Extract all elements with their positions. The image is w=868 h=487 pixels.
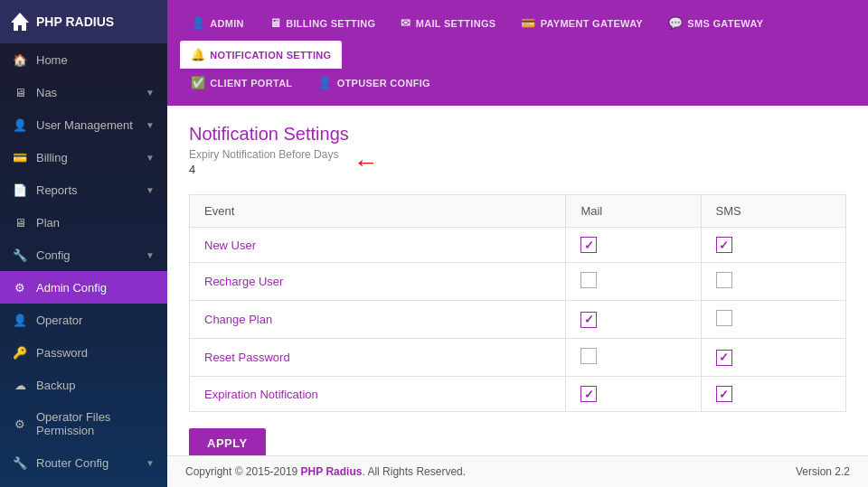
- sms-checkbox-cell: [701, 263, 845, 301]
- table-row: Recharge User: [190, 263, 846, 301]
- sms-checkbox-cell: [701, 377, 845, 412]
- sidebar-label: Backup: [36, 379, 75, 392]
- table-row: Reset Password: [190, 339, 846, 377]
- mail-checkbox[interactable]: [580, 237, 597, 253]
- chevron-icon: ▼: [146, 458, 155, 468]
- chevron-icon: ▼: [146, 250, 155, 260]
- sidebar-item-admin-config[interactable]: ⚙ Admin Config: [0, 271, 167, 304]
- sidebar-item-nas[interactable]: 🖥 Nas ▼: [0, 76, 167, 108]
- sidebar-label: Operator: [36, 314, 82, 327]
- sidebar: PHP RADIUS 🏠 Home 🖥 Nas ▼ 👤 User Managem…: [0, 0, 167, 487]
- sidebar-item-billing[interactable]: 💳 Billing ▼: [0, 141, 167, 173]
- event-cell: Change Plan: [190, 301, 566, 339]
- mail-checkbox[interactable]: [580, 272, 597, 288]
- event-link[interactable]: Expiration Notification: [204, 388, 318, 401]
- notification-table: Event Mail SMS New UserRecharge UserChan…: [189, 194, 846, 412]
- event-cell: New User: [190, 228, 566, 263]
- event-cell: Expiration Notification: [190, 377, 566, 412]
- sms-checkbox[interactable]: [716, 237, 732, 253]
- sidebar-label: User Management: [36, 118, 133, 132]
- sidebar-item-router-config[interactable]: 🔧 Router Config ▼: [0, 446, 167, 479]
- chevron-icon: ▼: [146, 185, 155, 195]
- sidebar-item-operator-files[interactable]: ⚙ Operator Files Permission: [0, 401, 167, 446]
- apply-button[interactable]: APPLY: [189, 428, 266, 455]
- table-row: Change Plan: [190, 301, 846, 339]
- event-cell: Recharge User: [190, 263, 566, 301]
- sidebar-label: Billing: [36, 151, 68, 164]
- sidebar-label: Reports: [36, 183, 78, 197]
- mail-checkbox-cell: [566, 339, 701, 377]
- chevron-icon: ▼: [146, 120, 155, 130]
- chevron-icon: ▼: [146, 88, 155, 98]
- mail-checkbox-cell: [566, 377, 701, 412]
- mail-checkbox-cell: [566, 263, 701, 301]
- sidebar-item-home[interactable]: 🏠 Home: [0, 43, 167, 76]
- event-link[interactable]: New User: [204, 239, 256, 252]
- tab-sms-gateway[interactable]: 💬 SMS GATEWAY: [657, 9, 774, 37]
- sidebar-item-password[interactable]: 🔑 Password: [0, 336, 167, 369]
- password-icon: 🔑: [13, 345, 27, 360]
- app-title: PHP RADIUS: [36, 14, 114, 29]
- sms-checkbox-cell: [701, 339, 845, 377]
- col-sms: SMS: [701, 195, 845, 228]
- sidebar-item-user-management[interactable]: 👤 User Management ▼: [0, 108, 167, 141]
- mail-checkbox-cell: [566, 301, 701, 339]
- files-icon: ⚙: [13, 417, 27, 431]
- home-icon: 🏠: [13, 52, 27, 67]
- sidebar-label: Home: [36, 53, 68, 67]
- mail-checkbox[interactable]: [580, 312, 597, 328]
- chevron-icon: ▼: [146, 153, 155, 163]
- tab-payment-gateway[interactable]: 💳 PAYMENT GATEWAY: [510, 9, 654, 37]
- admin-nav-icon: 👤: [191, 16, 205, 30]
- mail-checkbox[interactable]: [580, 386, 597, 402]
- col-mail: Mail: [566, 195, 701, 228]
- billing-icon: 💳: [13, 150, 27, 164]
- sidebar-label: Nas: [36, 86, 57, 99]
- sidebar-item-backup[interactable]: ☁ Backup: [0, 369, 167, 401]
- sms-checkbox[interactable]: [716, 310, 732, 326]
- expiry-section: Expiry Notification Before Days 4 ←: [189, 148, 846, 176]
- tab-client-portal[interactable]: ✅ CLIENT PORTAL: [180, 69, 303, 97]
- sms-checkbox-cell: [701, 228, 845, 263]
- mail-checkbox-cell: [566, 228, 701, 263]
- sidebar-label: Password: [36, 346, 88, 360]
- event-link[interactable]: Recharge User: [204, 275, 283, 288]
- footer: Copyright © 2015-2019 PHP Radius. All Ri…: [167, 455, 868, 487]
- sidebar-item-plan[interactable]: 🖥 Plan: [0, 206, 167, 239]
- top-nav-row2: ✅ CLIENT PORTAL 👤 OTPUSER CONFIG: [167, 69, 868, 106]
- expiry-label: Expiry Notification Before Days: [189, 148, 338, 161]
- table-row: New User: [190, 228, 846, 263]
- tab-otpuser-config[interactable]: 👤 OTPUSER CONFIG: [307, 69, 441, 97]
- operator-icon: 👤: [13, 313, 27, 327]
- tab-admin[interactable]: 👤 ADMIN: [180, 9, 255, 37]
- admin-config-icon: ⚙: [13, 280, 27, 295]
- sms-checkbox-cell: [701, 301, 845, 339]
- sms-checkbox[interactable]: [716, 272, 732, 288]
- page-content: Notification Settings Expiry Notificatio…: [167, 106, 868, 455]
- tab-notification-setting[interactable]: 🔔 NOTIFICATION SETTING: [180, 41, 342, 69]
- sidebar-label: Plan: [36, 216, 60, 229]
- sidebar-label: Admin Config: [36, 281, 107, 295]
- expiry-value: 4: [189, 163, 338, 176]
- tab-billing-setting[interactable]: 🖥 BILLING SETTING: [259, 9, 387, 37]
- top-nav-row1: 👤 ADMIN 🖥 BILLING SETTING ✉ MAIL SETTING…: [167, 0, 868, 69]
- sidebar-item-config[interactable]: 🔧 Config ▼: [0, 239, 167, 271]
- app-logo: PHP RADIUS: [0, 0, 167, 43]
- mail-checkbox[interactable]: [580, 348, 597, 364]
- event-link[interactable]: Change Plan: [204, 313, 272, 326]
- sidebar-label: Router Config: [36, 456, 108, 470]
- sidebar-item-reports[interactable]: 📄 Reports ▼: [0, 173, 167, 206]
- mail-nav-icon: ✉: [401, 16, 410, 30]
- red-arrow-icon: ←: [353, 150, 378, 175]
- event-link[interactable]: Reset Password: [204, 351, 290, 364]
- table-row: Expiration Notification: [190, 377, 846, 412]
- event-cell: Reset Password: [190, 339, 566, 377]
- tab-mail-settings[interactable]: ✉ MAIL SETTINGS: [390, 9, 506, 37]
- sidebar-item-operator[interactable]: 👤 Operator: [0, 304, 167, 336]
- sidebar-label: Operator Files Permission: [36, 410, 155, 437]
- sms-checkbox[interactable]: [716, 350, 732, 366]
- reports-icon: 📄: [13, 183, 27, 197]
- sms-checkbox[interactable]: [716, 386, 732, 402]
- nas-icon: 🖥: [13, 85, 27, 99]
- user-icon: 👤: [13, 117, 27, 132]
